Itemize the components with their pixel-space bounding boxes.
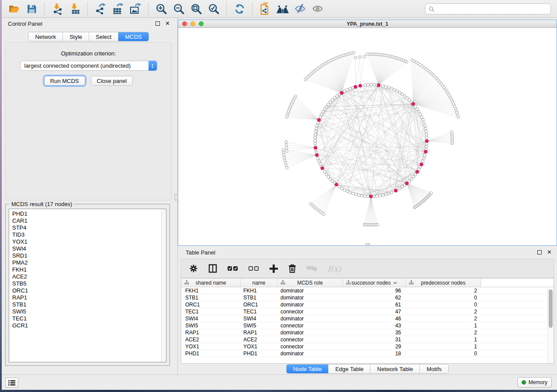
result-list-item[interactable]: STP4	[12, 224, 166, 231]
graph-node[interactable]	[396, 90, 399, 93]
graph-hub-node[interactable]	[317, 118, 320, 121]
table-cell[interactable]: 0	[406, 295, 481, 301]
graph-node[interactable]	[363, 83, 367, 86]
graph-node[interactable]	[373, 195, 376, 198]
graph-node[interactable]	[314, 130, 317, 133]
table-cell[interactable]: dominator	[277, 288, 343, 294]
table-cell[interactable]: 43	[343, 323, 406, 329]
column-header-successor-nodes[interactable]: successor nodes	[343, 279, 406, 287]
table-scrollbar-thumb[interactable]	[549, 289, 553, 328]
graph-node[interactable]	[285, 116, 288, 118]
table-cell[interactable]: 2	[406, 316, 481, 322]
tab-network[interactable]: Network	[28, 32, 63, 41]
import-table-icon[interactable]	[68, 2, 81, 15]
float-window-icon[interactable]	[156, 21, 160, 26]
column-header-mcds-role[interactable]: MCDS role	[277, 279, 343, 287]
graph-hub-node[interactable]	[369, 195, 372, 198]
table-cell[interactable]: SWI4	[241, 316, 277, 322]
close-panel-icon[interactable]: ✕	[165, 21, 170, 26]
graph-node[interactable]	[376, 223, 379, 226]
table-cell[interactable]: TEC1	[241, 309, 277, 315]
result-list-item[interactable]: STB5	[12, 280, 166, 287]
graph-node[interactable]	[282, 151, 285, 154]
table-cell[interactable]: 61	[343, 302, 406, 308]
result-list-item[interactable]: STB1	[12, 301, 166, 308]
table-cell[interactable]: 2	[406, 309, 481, 315]
graph-hub-node[interactable]	[405, 182, 408, 185]
graph-node[interactable]	[338, 186, 341, 189]
table-cell[interactable]: 18	[343, 351, 406, 357]
graph-hub-node[interactable]	[314, 146, 317, 149]
graph-node[interactable]	[316, 157, 319, 160]
graph-node[interactable]	[450, 131, 453, 133]
result-list-item[interactable]: SWI5	[12, 308, 166, 315]
graph-hub-node[interactable]	[415, 170, 419, 173]
graph-node[interactable]	[285, 150, 288, 152]
result-list-item[interactable]: PMA2	[12, 259, 166, 266]
table-cell[interactable]: connector	[277, 309, 343, 315]
result-scrollbar[interactable]	[161, 209, 166, 362]
table-cell[interactable]: 1	[406, 344, 481, 350]
graph-node[interactable]	[314, 133, 317, 136]
table-cell[interactable]: 35	[343, 330, 406, 336]
result-list-item[interactable]: RAP1	[12, 294, 166, 301]
table-cell[interactable]: 96	[343, 288, 406, 294]
table-cell[interactable]: STB1	[241, 295, 277, 301]
table-row[interactable]: SWI4SWI4dominator462	[181, 315, 554, 322]
minimize-window-icon[interactable]	[190, 21, 195, 26]
table-row[interactable]: ACE2ACE2connector311	[181, 336, 554, 343]
table-settings-icon[interactable]	[189, 263, 198, 274]
show-all-icon[interactable]	[311, 2, 324, 15]
graph-node[interactable]	[320, 113, 323, 116]
graph-node[interactable]	[315, 127, 318, 130]
close-panel-icon[interactable]: ✕	[547, 250, 552, 254]
table-row[interactable]: FKH1FKH1dominator962	[181, 287, 554, 294]
table-cell[interactable]: 46	[343, 316, 406, 322]
graph-node[interactable]	[393, 89, 396, 92]
table-cell[interactable]: PHD1	[241, 351, 277, 357]
graph-node[interactable]	[425, 130, 428, 133]
graph-node[interactable]	[370, 83, 373, 86]
table-cell[interactable]: ORC1	[241, 302, 277, 308]
table-cell[interactable]: ACE2	[241, 337, 277, 343]
table-cell[interactable]: 2	[406, 288, 481, 294]
graph-node[interactable]	[284, 162, 287, 164]
table-cell[interactable]: PHD1	[181, 351, 241, 357]
tab-network-table[interactable]: Network Table	[370, 364, 420, 373]
graph-node[interactable]	[401, 93, 404, 96]
table-cell[interactable]: ORC1	[181, 302, 241, 308]
table-cell[interactable]: YOX1	[181, 344, 241, 350]
table-cell[interactable]: SWI5	[181, 323, 241, 329]
tab-node-table[interactable]: Node Table	[287, 364, 329, 373]
graph-node[interactable]	[286, 166, 288, 169]
graph-node[interactable]	[422, 157, 426, 160]
maximize-window-icon[interactable]	[199, 21, 204, 26]
first-neighbors-icon[interactable]	[276, 2, 289, 15]
graph-node[interactable]	[363, 195, 367, 198]
search-input[interactable]	[437, 6, 550, 12]
table-cell[interactable]: FKH1	[181, 288, 241, 294]
graph-node[interactable]	[398, 187, 401, 190]
task-history-button[interactable]	[5, 378, 18, 388]
graph-node[interactable]	[387, 192, 391, 195]
graph-node[interactable]	[398, 91, 401, 94]
graph-node[interactable]	[363, 55, 366, 58]
table-cell[interactable]: 2	[406, 330, 481, 336]
graph-hub-node[interactable]	[424, 150, 427, 153]
import-network-icon[interactable]	[51, 2, 64, 15]
graph-node[interactable]	[285, 164, 287, 167]
table-row[interactable]: RAP1RAP1dominator352	[181, 329, 554, 336]
graph-node[interactable]	[419, 113, 422, 116]
graph-node[interactable]	[430, 192, 432, 194]
zoom-out-icon[interactable]	[172, 2, 185, 15]
tab-style[interactable]: Style	[63, 32, 89, 41]
refresh-icon[interactable]	[233, 2, 246, 15]
graph-node[interactable]	[283, 156, 286, 159]
result-list-item[interactable]: YOX1	[12, 238, 166, 245]
graph-node[interactable]	[341, 187, 344, 190]
graph-node[interactable]	[387, 86, 391, 89]
table-cell[interactable]: SWI4	[181, 316, 241, 322]
column-header-shared-name[interactable]: shared name	[181, 279, 241, 287]
panel-divider-horizontal[interactable]	[365, 243, 370, 246]
graph-hub-node[interactable]	[340, 91, 343, 94]
